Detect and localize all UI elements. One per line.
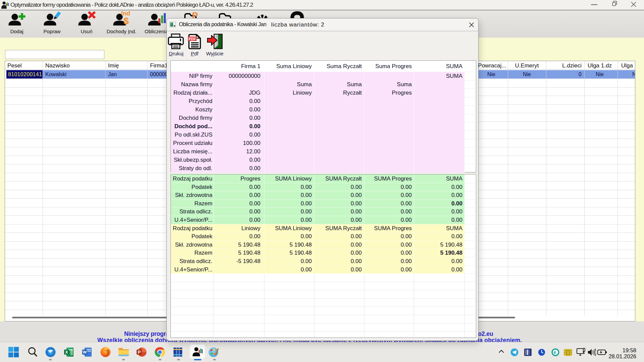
svg-text:$: $ bbox=[123, 16, 129, 26]
svg-text:X: X bbox=[65, 350, 68, 355]
svg-text:e: e bbox=[554, 350, 556, 355]
svg-text:PDF: PDF bbox=[189, 37, 196, 41]
svg-text:P: P bbox=[138, 350, 141, 355]
svg-text:W: W bbox=[83, 350, 87, 355]
